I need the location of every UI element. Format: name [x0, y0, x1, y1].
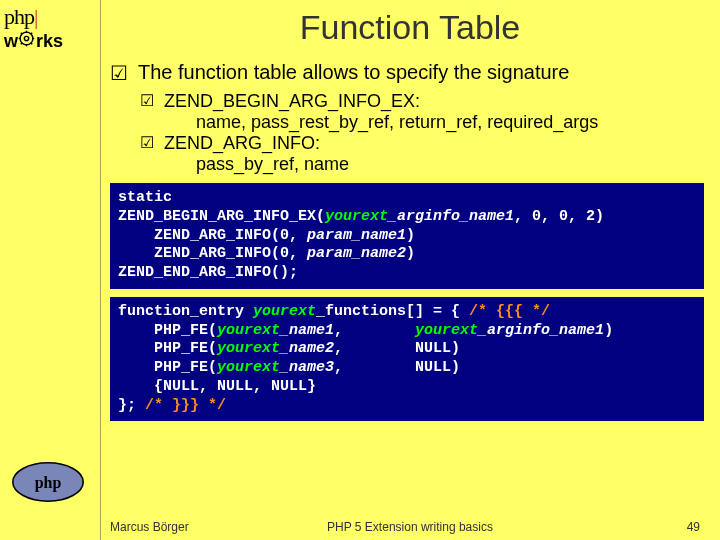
sub-bullet: ☑ ZEND_ARG_INFO: pass_by_ref, name	[140, 133, 710, 175]
sub-bullet-detail: name, pass_rest_by_ref, return_ref, requ…	[196, 112, 710, 133]
svg-line-8	[21, 43, 22, 44]
vertical-divider	[100, 0, 101, 540]
code-block-arginfo: static ZEND_BEGIN_ARG_INFO_EX(yourext_ar…	[110, 183, 704, 289]
checkbox-icon: ☑	[140, 91, 164, 110]
sub-bullets: ☑ ZEND_BEGIN_ARG_INFO_EX: name, pass_res…	[140, 91, 710, 175]
main-bullet-text: The function table allows to specify the…	[138, 61, 569, 84]
sub-bullet-head: ZEND_ARG_INFO:	[164, 133, 710, 154]
main-bullet: ☑ The function table allows to specify t…	[110, 61, 710, 85]
footer-title: PHP 5 Extension writing basics	[327, 520, 493, 534]
logo-php-text: php	[4, 4, 34, 29]
slide-content: Function Table ☑ The function table allo…	[110, 0, 710, 421]
svg-text:php: php	[35, 474, 62, 492]
logo-pipe: |	[34, 4, 37, 29]
code-block-functions: function_entry yourext_functions[] = { /…	[110, 297, 704, 422]
logo-works-text: rks	[36, 31, 63, 52]
php-elephant-logo: php	[8, 458, 88, 510]
svg-line-7	[31, 43, 32, 44]
svg-line-6	[21, 33, 22, 34]
checkbox-icon: ☑	[140, 133, 164, 152]
footer-author: Marcus Börger	[110, 520, 189, 534]
footer-page-number: 49	[687, 520, 700, 534]
sub-bullet-detail: pass_by_ref, name	[196, 154, 710, 175]
svg-line-9	[31, 33, 32, 34]
sidebar: php| w rks php	[0, 0, 100, 540]
gear-icon	[18, 30, 35, 52]
slide-title: Function Table	[110, 8, 710, 47]
logo-works-row: w rks	[4, 30, 96, 52]
checkbox-icon: ☑	[110, 61, 138, 85]
sub-bullet-head: ZEND_BEGIN_ARG_INFO_EX:	[164, 91, 710, 112]
slide-footer: Marcus Börger PHP 5 Extension writing ba…	[110, 520, 710, 534]
phpworks-logo: php| w rks	[4, 4, 96, 52]
svg-point-1	[24, 36, 28, 40]
sub-bullet: ☑ ZEND_BEGIN_ARG_INFO_EX: name, pass_res…	[140, 91, 710, 133]
